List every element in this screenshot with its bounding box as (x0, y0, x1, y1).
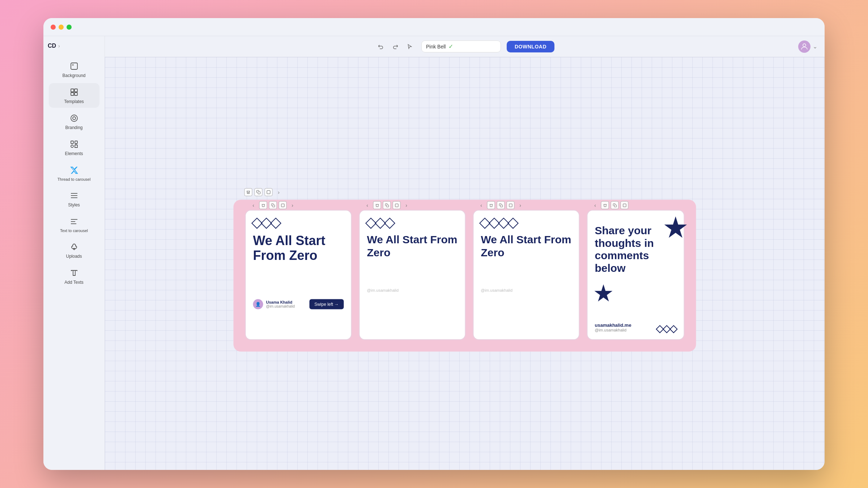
slide-1-next[interactable]: › (289, 201, 297, 209)
slide-2-delete[interactable] (373, 201, 381, 209)
svg-point-18 (803, 44, 806, 47)
maximize-button[interactable] (67, 25, 72, 30)
svg-point-7 (73, 117, 76, 120)
slide-3: ‹ › (473, 210, 580, 340)
sidebar-item-templates[interactable]: Templates (49, 83, 99, 108)
slide-2: ‹ › (359, 210, 466, 340)
topbar: Pink Bell ✓ DOWNLOAD ⌄ (105, 36, 825, 57)
project-name-text: Pink Bell (426, 44, 446, 50)
profile-avatar-1: 👤 (253, 299, 263, 309)
branding-label: Branding (65, 125, 82, 130)
user-avatar[interactable] (798, 40, 810, 53)
slide-4-copy[interactable] (611, 201, 619, 209)
slide-2-prev[interactable]: ‹ (363, 201, 371, 209)
slide-1-profile: 👤 Usama Khalid @im.usamakhalid (253, 299, 295, 309)
svg-rect-28 (623, 204, 626, 206)
svg-rect-3 (75, 89, 77, 92)
outer-next-btn[interactable]: › (275, 188, 283, 196)
slide-4-toolbar: ‹ (591, 201, 629, 209)
svg-rect-22 (281, 204, 284, 206)
slide-2-diamonds (367, 219, 458, 227)
star-badge-top (664, 217, 688, 240)
minimize-button[interactable] (59, 25, 64, 30)
slide-1-prev[interactable]: ‹ (250, 201, 258, 209)
slide-4: ‹ (587, 210, 685, 340)
redo-button[interactable] (390, 41, 401, 52)
outer-copy-btn[interactable] (255, 188, 263, 196)
slide-1-delete[interactable] (259, 201, 267, 209)
slide-4-resize[interactable] (621, 201, 629, 209)
topbar-actions (375, 41, 416, 52)
svg-marker-30 (595, 284, 613, 301)
svg-rect-27 (614, 205, 616, 207)
svg-point-6 (71, 115, 77, 121)
undo-button[interactable] (375, 41, 387, 52)
slide-2-copy[interactable] (383, 201, 391, 209)
project-name-input[interactable]: Pink Bell ✓ (421, 40, 501, 52)
sidebar-item-add-texts[interactable]: Add Texts (49, 264, 99, 288)
slide-3-prev[interactable]: ‹ (477, 201, 485, 209)
svg-rect-4 (71, 93, 74, 95)
svg-rect-9 (75, 141, 77, 144)
add-texts-label: Add Texts (64, 280, 83, 285)
svg-rect-23 (386, 205, 388, 207)
carousel-wrapper: ‹ › (234, 200, 696, 352)
sidebar-item-styles[interactable]: Styles (49, 187, 99, 211)
svg-point-10 (71, 145, 73, 147)
star-badge-bottom (594, 284, 613, 303)
outer-slide-toolbar: › (244, 188, 283, 196)
slide-1-inner: We All Start From Zero 👤 Usama Khalid @i… (246, 211, 351, 317)
download-button[interactable]: DOWNLOAD (507, 41, 554, 52)
slide-1-copy[interactable] (269, 201, 277, 209)
svg-rect-25 (500, 205, 502, 207)
elements-icon (69, 139, 80, 150)
brand-handle: @im.usamakhalid (595, 328, 631, 332)
svg-rect-26 (509, 204, 512, 206)
diamond-4-3 (669, 325, 678, 333)
sidebar-item-uploads[interactable]: Uploads (49, 238, 99, 262)
slide-3-next[interactable]: › (516, 201, 524, 209)
thread-label: Thread to carousel (58, 177, 91, 181)
check-icon: ✓ (448, 43, 453, 50)
styles-label: Styles (68, 202, 80, 207)
sidebar-item-elements[interactable]: Elements (49, 135, 99, 160)
svg-marker-29 (664, 217, 687, 238)
text-to-carousel-icon (69, 216, 80, 227)
profile-handle-1: @im.usamakhalid (266, 304, 295, 308)
profile-info-1: Usama Khalid @im.usamakhalid (266, 300, 295, 308)
slide-2-resize[interactable] (393, 201, 401, 209)
canvas-area: › ‹ (105, 57, 825, 470)
close-button[interactable] (51, 25, 56, 30)
slide-1-resize[interactable] (279, 201, 287, 209)
cursor-button[interactable] (404, 41, 416, 52)
add-texts-icon (69, 267, 80, 278)
sidebar: CD › Background (43, 36, 105, 470)
slide-2-next[interactable]: › (403, 201, 410, 209)
uploads-icon (69, 241, 80, 252)
slide-3-text: We All Start From Zero (481, 233, 572, 259)
sidebar-item-text-to-carousel[interactable]: Text to carousel (49, 213, 99, 236)
svg-rect-20 (267, 191, 270, 194)
slide-4-delete[interactable] (601, 201, 609, 209)
avatar-dropdown-icon[interactable]: ⌄ (813, 43, 817, 50)
slide-3-delete[interactable] (487, 201, 495, 209)
slide-4-prev[interactable]: ‹ (591, 201, 599, 209)
sidebar-item-background[interactable]: Background (49, 57, 99, 82)
uploads-label: Uploads (66, 254, 82, 259)
slide-3-toolbar: ‹ › (477, 201, 524, 209)
canvas-content: › ‹ (234, 200, 696, 352)
swipe-btn-1[interactable]: Swipe left → (309, 299, 344, 309)
slide-3-resize[interactable] (507, 201, 515, 209)
slide-2-handle: @im.usamakhalid (367, 288, 458, 292)
slide-3-copy[interactable] (497, 201, 505, 209)
slide-1-text: We All Start From Zero (253, 233, 344, 263)
traffic-lights (51, 25, 72, 30)
templates-icon (69, 87, 80, 98)
outer-resize-btn[interactable] (265, 188, 273, 196)
sidebar-item-branding[interactable]: Branding (49, 109, 99, 134)
sidebar-item-thread-to-carousel[interactable]: Thread to carousel (49, 161, 99, 185)
diamond-3-4 (507, 218, 519, 229)
svg-rect-19 (258, 192, 260, 194)
elements-label: Elements (65, 151, 83, 156)
outer-delete-btn[interactable] (244, 188, 252, 196)
